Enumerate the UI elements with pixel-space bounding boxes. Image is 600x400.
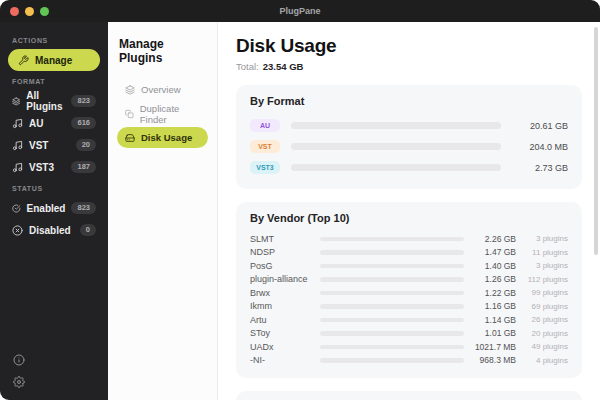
titlebar: PlugPane (0, 0, 600, 22)
count-badge: 187 (71, 161, 96, 173)
sidebar-item-label: Disabled (29, 225, 71, 236)
subnav-item-label: Overview (141, 84, 181, 95)
format-badge: VST3 (250, 161, 280, 174)
format-size: 20.61 GB (512, 121, 568, 131)
x-circle-icon (12, 225, 23, 236)
vendor-name: plugin-alliance (250, 274, 320, 284)
vendor-plugin-count: 26 plugins (516, 315, 568, 324)
main-content: Disk Usage Total: 23.54 GB By Format AU … (218, 22, 600, 400)
by-format-card: By Format AU 20.61 GB VST 204.0 MB VST3 … (236, 85, 582, 189)
scrollbar-thumb[interactable] (594, 27, 598, 255)
count-badge: 0 (80, 224, 96, 236)
format-size: 2.73 GB (512, 163, 568, 173)
info-icon[interactable] (13, 354, 25, 366)
sidebar-item-vst3[interactable]: VST3 187 (8, 156, 100, 178)
bar-track (291, 122, 501, 129)
subnav-panel: Manage Plugins Overview Duplicate Finder… (108, 22, 218, 400)
sidebar-item-label: All Plugins (26, 90, 65, 112)
minimize-window-button[interactable] (25, 7, 34, 16)
bar-track (320, 250, 464, 255)
vendor-plugin-count: 3 plugins (516, 234, 568, 243)
sidebar-item-all-plugins[interactable]: All Plugins 823 (8, 90, 100, 112)
bar-track (320, 277, 464, 282)
total-line: Total: 23.54 GB (236, 61, 582, 72)
bar-track (291, 143, 501, 150)
subnav-item-disk-usage[interactable]: Disk Usage (117, 127, 208, 148)
count-badge: 823 (71, 95, 96, 107)
bar-track (320, 331, 464, 336)
bar-track (320, 345, 464, 350)
sidebar-item-au[interactable]: AU 616 (8, 112, 100, 134)
sidebar: ACTIONS Manage FORMAT All Plugins 823 AU… (0, 22, 108, 400)
vendor-row: Ikmm 1.16 GB 69 plugins (250, 300, 568, 314)
format-badge: VST (250, 140, 280, 153)
subnav-title: Manage Plugins (119, 37, 206, 65)
bar-track (320, 291, 464, 296)
manage-button-label: Manage (35, 55, 72, 66)
app-window: PlugPane ACTIONS Manage FORMAT All Plugi… (0, 0, 600, 400)
count-badge: 616 (71, 117, 96, 129)
vendor-size: 1.40 GB (464, 261, 516, 271)
total-value: 23.54 GB (263, 61, 304, 72)
subnav-item-overview[interactable]: Overview (117, 79, 208, 100)
bar-track (320, 358, 464, 363)
total-label: Total: (236, 61, 259, 72)
copy-icon (125, 109, 134, 119)
manage-button[interactable]: Manage (8, 49, 100, 71)
status-section-header: STATUS (12, 185, 96, 192)
format-badge: AU (250, 119, 280, 132)
vendor-name: SLMT (250, 234, 320, 244)
window-title: PlugPane (279, 6, 320, 16)
sidebar-item-label: VST (29, 140, 48, 151)
bar-track (320, 237, 464, 242)
vendor-row: UADx 1021.7 MB 49 plugins (250, 340, 568, 354)
vendor-size: 2.26 GB (464, 234, 516, 244)
vendor-size: 968.3 MB (464, 355, 516, 365)
vendor-size: 1.14 GB (464, 315, 516, 325)
vendor-plugin-count: 4 plugins (516, 356, 568, 365)
sidebar-item-vst[interactable]: VST 20 (8, 134, 100, 156)
traffic-lights (10, 0, 49, 22)
vendor-plugin-count: 20 plugins (516, 329, 568, 338)
vendor-name: SToy (250, 328, 320, 338)
sidebar-footer (8, 354, 100, 388)
vendor-name: PosG (250, 261, 320, 271)
format-row-vst3: VST3 2.73 GB (250, 157, 568, 178)
by-vendor-heading: By Vendor (Top 10) (250, 212, 568, 224)
vendor-row: SLMT 2.26 GB 3 plugins (250, 232, 568, 246)
bar-track (320, 264, 464, 269)
layers-icon (125, 85, 135, 95)
vendor-name: Artu (250, 315, 320, 325)
vendor-row: -NI- 968.3 MB 4 plugins (250, 354, 568, 368)
vendor-plugin-count: 99 plugins (516, 288, 568, 297)
bar-track (291, 164, 501, 171)
sidebar-item-enabled[interactable]: Enabled 823 (8, 197, 100, 219)
format-size: 204.0 MB (512, 142, 568, 152)
music-note-icon (12, 140, 23, 151)
sidebar-item-label: VST3 (29, 162, 54, 173)
vendor-row: NDSP 1.47 GB 11 plugins (250, 246, 568, 260)
vendor-name: UADx (250, 342, 320, 352)
subnav-item-duplicate-finder[interactable]: Duplicate Finder (117, 103, 208, 124)
vendor-size: 1.47 GB (464, 247, 516, 257)
subnav-item-label: Disk Usage (141, 132, 192, 143)
sidebar-item-label: Enabled (27, 203, 66, 214)
page-title: Disk Usage (236, 35, 582, 57)
bar-track (320, 304, 464, 309)
vendor-row: PosG 1.40 GB 3 plugins (250, 259, 568, 273)
zoom-window-button[interactable] (40, 7, 49, 16)
vendor-size: 1.01 GB (464, 328, 516, 338)
format-row-au: AU 20.61 GB (250, 115, 568, 136)
close-window-button[interactable] (10, 7, 19, 16)
vendor-row: Brwx 1.22 GB 99 plugins (250, 286, 568, 300)
by-format-heading: By Format (250, 95, 568, 107)
subnav-item-label: Duplicate Finder (140, 103, 200, 125)
vendor-size: 1021.7 MB (464, 342, 516, 352)
sidebar-item-disabled[interactable]: Disabled 0 (8, 219, 100, 241)
format-section-header: FORMAT (12, 78, 96, 85)
count-badge: 20 (76, 139, 96, 151)
count-badge: 823 (71, 202, 96, 214)
vendor-row: Artu 1.14 GB 26 plugins (250, 313, 568, 327)
gear-icon[interactable] (13, 376, 25, 388)
vendor-name: NDSP (250, 247, 320, 257)
